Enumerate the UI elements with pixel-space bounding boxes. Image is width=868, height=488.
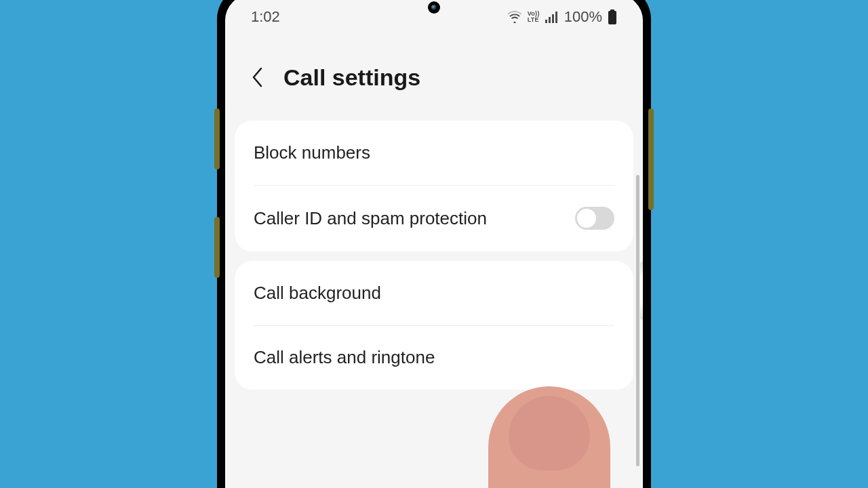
svg-rect-2 — [552, 14, 554, 23]
battery-text: 100% — [564, 8, 602, 26]
chevron-left-icon — [252, 67, 264, 87]
row-caller-id-spam[interactable]: Caller ID and spam protection — [235, 185, 633, 251]
phone-screen: 1:02 Vo)) LTE — [225, 0, 643, 488]
row-label: Call background — [254, 283, 381, 304]
svg-rect-1 — [549, 17, 551, 23]
volume-down-button[interactable] — [214, 217, 220, 278]
front-camera — [428, 1, 440, 14]
scroll-indicator[interactable] — [636, 175, 639, 466]
volume-up-button[interactable] — [214, 108, 220, 169]
row-label: Call alerts and ringtone — [254, 347, 435, 368]
page-header: Call settings — [225, 31, 643, 121]
page-title: Call settings — [283, 64, 420, 91]
status-time: 1:02 — [251, 8, 280, 26]
signal-icon — [545, 11, 559, 23]
row-block-numbers[interactable]: Block numbers — [235, 121, 633, 185]
svg-rect-0 — [545, 20, 547, 23]
row-label: Block numbers — [254, 142, 370, 163]
row-label: Caller ID and spam protection — [254, 208, 487, 229]
battery-icon — [608, 9, 617, 24]
status-icons: Vo)) LTE 100% — [507, 8, 617, 26]
back-button[interactable] — [244, 64, 271, 91]
side-ridge — [640, 262, 643, 320]
phone-frame: 1:02 Vo)) LTE — [217, 0, 651, 488]
svg-rect-5 — [608, 11, 616, 24]
svg-rect-3 — [555, 12, 557, 23]
power-button[interactable] — [648, 108, 654, 210]
volte-icon: Vo)) LTE — [528, 11, 540, 23]
settings-group-1: Block numbers Caller ID and spam protect… — [235, 121, 633, 251]
settings-group-2: Call background Call alerts and ringtone — [235, 261, 633, 390]
wifi-icon — [507, 11, 522, 23]
row-call-alerts-ringtone[interactable]: Call alerts and ringtone — [235, 325, 633, 390]
row-call-background[interactable]: Call background — [235, 261, 633, 325]
caller-id-toggle[interactable] — [575, 207, 614, 230]
